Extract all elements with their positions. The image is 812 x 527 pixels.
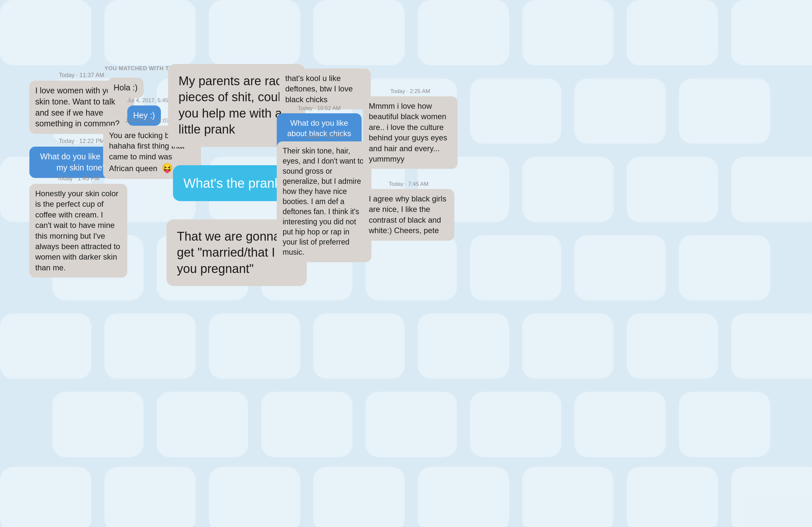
timestamp-13: Today · 3:32PM: [277, 133, 372, 140]
emoji-icon: 😝: [162, 163, 173, 173]
bubble-wrap-14: Today · 2:25 AM Mmmm i love how beautifu…: [363, 88, 458, 169]
bubble-wrap-11: that's kool u like deftones, btw I love …: [279, 69, 371, 109]
chat-area: Today · 11:37 AM I love women with your …: [0, 0, 812, 527]
message-bubble-15: I agree why black girls are nice, I like…: [363, 189, 454, 241]
timestamp-12: Today · 10:52 AM: [277, 105, 362, 112]
bubble-wrap-5: Hola :): [108, 78, 144, 98]
message-bubble-3: Honestly your skin color is the perfect …: [29, 184, 127, 277]
bubble-wrap-3: Today · 1:45 PM Honestly your skin color…: [29, 175, 127, 277]
message-bubble-11: that's kool u like deftones, btw I love …: [279, 69, 371, 109]
message-bubble-13: Their skin tone, hair, eyes, and I don't…: [277, 141, 372, 262]
message-bubble-5: Hola :): [108, 78, 144, 98]
message-bubble-14: Mmmm i love how beautiful black women ar…: [363, 96, 458, 169]
timestamp-14: Today · 2:25 AM: [363, 88, 458, 95]
timestamp-15: Today · 7:45 AM: [363, 181, 454, 187]
bubble-wrap-13: Today · 3:32PM Their skin tone, hair, ey…: [277, 133, 372, 262]
bubble-wrap-15: Today · 7:45 AM I agree why black girls …: [363, 181, 454, 241]
